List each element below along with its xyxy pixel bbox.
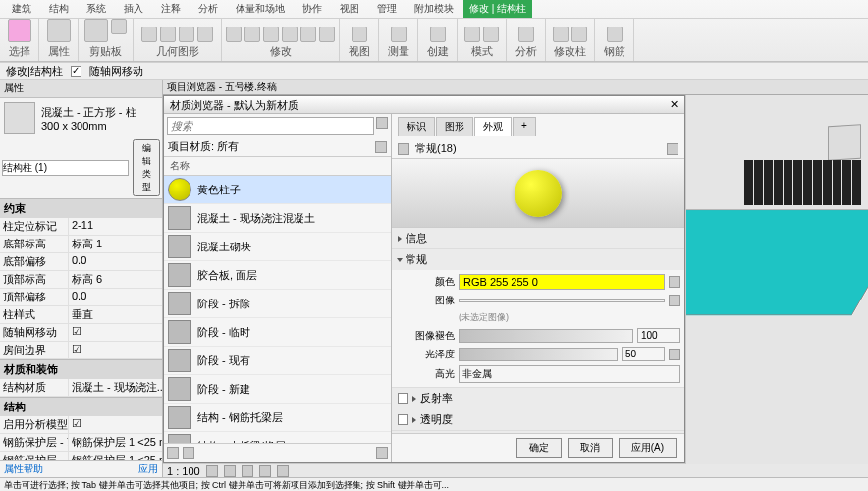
category-select[interactable] (2, 160, 129, 176)
cancel-button[interactable]: 取消 (568, 438, 613, 458)
scale-label[interactable]: 1 : 100 (167, 465, 200, 477)
image-field[interactable] (459, 299, 665, 302)
3d-view[interactable] (686, 95, 868, 478)
tab-addins[interactable]: 附加模块 (407, 0, 461, 18)
add-material-icon[interactable] (183, 447, 194, 459)
tab-graphics[interactable]: 图形 (436, 117, 473, 136)
props-row[interactable]: 随轴网移动☑ (0, 324, 162, 342)
ok-button[interactable]: 确定 (516, 438, 562, 458)
view-title: 项目浏览器 - 五号楼.终稿 (163, 80, 868, 95)
highlight-value[interactable]: 非金属 (459, 365, 680, 383)
edit-type-button[interactable]: 编辑类型 (133, 139, 160, 196)
props-row[interactable]: 底部偏移0.0 (0, 253, 162, 271)
modify-icon[interactable] (8, 19, 31, 42)
drawing-area[interactable]: 项目浏览器 - 五号楼.终稿 材质浏览器 - 默认为新材质 ✕ 项目材质: 所有… (163, 80, 868, 478)
gloss-value[interactable]: 50 (622, 347, 665, 361)
gloss-dropdown-icon[interactable] (669, 349, 680, 360)
panel-geom: 几何图形 (156, 44, 199, 59)
menu-icon[interactable] (376, 447, 388, 459)
material-item[interactable]: 胶合板, 面层 (164, 261, 391, 290)
material-search-input[interactable] (167, 117, 374, 135)
section-透明度[interactable]: 透明度 (392, 409, 684, 430)
material-item[interactable]: 阶段 - 拆除 (164, 290, 391, 318)
section-generic[interactable]: 常规 (392, 249, 684, 270)
tab-add[interactable]: + (513, 117, 536, 136)
tab-view[interactable]: 视图 (332, 0, 367, 18)
props-row[interactable]: 顶部标高标高 6 (0, 271, 162, 289)
fade-label: 图像褪色 (396, 329, 455, 343)
sun-path-icon[interactable] (242, 465, 253, 477)
clip-icon[interactable] (111, 19, 127, 34)
material-item[interactable]: 结构 - 木托梁/椽层 (164, 432, 391, 443)
props-icon[interactable] (47, 19, 71, 42)
search-icon[interactable] (376, 117, 388, 129)
asset-tool-icon[interactable] (667, 143, 678, 155)
props-row[interactable]: 房间边界☑ (0, 342, 162, 359)
color-value[interactable]: RGB 255 255 0 (459, 274, 665, 290)
material-item[interactable]: 混凝土砌块 (164, 233, 391, 261)
tab-arch[interactable]: 建筑 (4, 0, 39, 18)
gloss-slider[interactable] (459, 348, 618, 361)
material-item[interactable]: 阶段 - 临时 (164, 318, 391, 347)
crop-icon[interactable] (277, 465, 289, 477)
tab-manage[interactable]: 管理 (369, 0, 405, 18)
tab-modify-col[interactable]: 修改 | 结构柱 (463, 0, 532, 18)
tab-sys[interactable]: 系统 (79, 0, 114, 18)
view-cube[interactable] (828, 124, 861, 161)
fade-slider[interactable] (459, 329, 633, 343)
material-item[interactable]: 阶段 - 现有 (164, 347, 391, 375)
section-info[interactable]: 信息 (392, 228, 684, 248)
props-row[interactable]: 柱样式垂直 (0, 306, 162, 324)
props-row[interactable]: 启用分析模型☑ (0, 416, 162, 434)
geo-icon[interactable] (141, 27, 157, 42)
move-with-grid-checkbox[interactable] (71, 66, 81, 77)
material-list[interactable]: 名称 黄色柱子混凝土 - 现场浇注混凝土混凝土砌块胶合板, 面层阶段 - 拆除阶… (164, 157, 391, 443)
props-row[interactable]: 底部标高标高 1 (0, 236, 162, 253)
properties-palette: 属性 混凝土 - 正方形 - 柱 300 x 300mm 编辑类型 约束柱定位标… (0, 80, 163, 478)
section-反射率[interactable]: 反射率 (392, 388, 684, 409)
fade-value[interactable]: 100 (637, 328, 680, 343)
panel-measure: 测量 (388, 44, 409, 59)
props-section[interactable]: 材质和装饰 (0, 359, 162, 379)
paste-icon[interactable] (84, 19, 108, 42)
color-dropdown-icon[interactable] (669, 276, 680, 288)
asset-icon[interactable] (398, 143, 409, 155)
props-title: 属性 (0, 80, 162, 98)
tab-annot[interactable]: 注释 (153, 0, 189, 18)
tab-appearance[interactable]: 外观 (474, 117, 512, 136)
detail-icon[interactable] (206, 465, 218, 477)
apply-button[interactable]: 应用(A) (619, 438, 677, 458)
props-row[interactable]: 钢筋保护层 - 底面钢筋保护层 1 <25 m... (0, 452, 162, 460)
image-dropdown-icon[interactable] (669, 295, 680, 306)
props-grid[interactable]: 约束柱定位标记2-11底部标高标高 1底部偏移0.0顶部标高标高 6顶部偏移0.… (0, 198, 162, 460)
model-floor (686, 209, 868, 314)
close-icon[interactable]: ✕ (670, 98, 678, 111)
model-walls (744, 160, 862, 205)
props-row[interactable]: 钢筋保护层 - 顶面钢筋保护层 1 <25 m... (0, 434, 162, 452)
material-filter-label[interactable]: 项目材质: 所有 (168, 139, 239, 154)
material-item[interactable]: 混凝土 - 现场浇注混凝土 (164, 204, 391, 233)
material-item[interactable]: 结构 - 钢筋托梁层 (164, 404, 391, 432)
shadows-icon[interactable] (259, 465, 271, 477)
tab-analyze[interactable]: 分析 (190, 0, 226, 18)
asset-name: 常规(18) (415, 141, 457, 156)
lib-icon[interactable] (167, 447, 179, 459)
props-apply-button[interactable]: 应用 (138, 463, 158, 476)
props-section[interactable]: 约束 (0, 198, 162, 218)
tab-collab[interactable]: 协作 (295, 0, 330, 18)
material-item[interactable]: 黄色柱子 (164, 176, 391, 204)
tab-insert[interactable]: 插入 (116, 0, 151, 18)
tab-identity[interactable]: 标识 (398, 117, 435, 136)
visual-style-icon[interactable] (224, 465, 236, 477)
props-help-link[interactable]: 属性帮助 (4, 463, 43, 476)
tab-mass[interactable]: 体量和场地 (228, 0, 293, 18)
props-section[interactable]: 结构 (0, 397, 162, 416)
props-row[interactable]: 柱定位标记2-11 (0, 218, 162, 236)
material-item[interactable]: 阶段 - 新建 (164, 375, 391, 404)
tab-struct[interactable]: 结构 (41, 0, 77, 18)
props-row[interactable]: 结构材质混凝土 - 现场浇注... (0, 379, 162, 397)
filter-view-icon[interactable] (375, 141, 387, 153)
props-row[interactable]: 顶部偏移0.0 (0, 289, 162, 306)
panel-props: 属性 (48, 44, 70, 59)
move-with-grid-label: 随轴网移动 (89, 64, 143, 79)
